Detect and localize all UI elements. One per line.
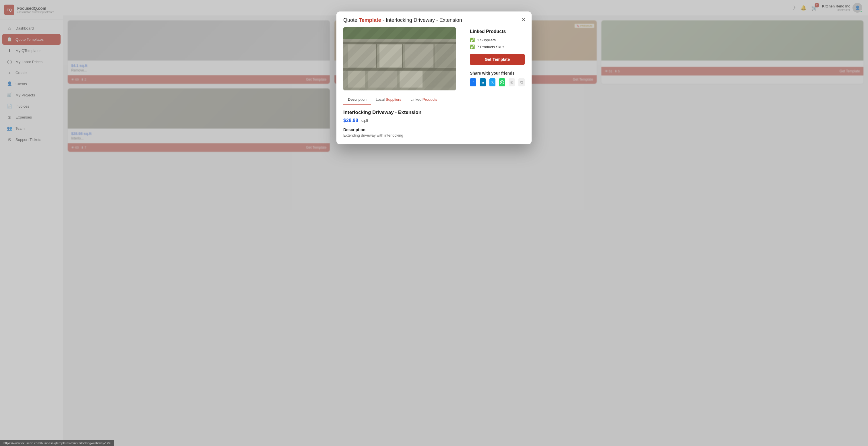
tab-suppliers-highlight: Suppliers xyxy=(386,97,401,102)
price-unit-row: $28.98 sq.ft xyxy=(343,118,456,123)
modal-left-panel: Description Local Suppliers Linked Produ… xyxy=(336,23,463,145)
svg-rect-10 xyxy=(343,42,456,44)
svg-rect-11 xyxy=(343,68,456,71)
modal: × Quote Template - Interlocking Driveway… xyxy=(336,11,532,145)
tab-linked-products[interactable]: Linked Products xyxy=(406,94,442,105)
driveway-image-visual xyxy=(343,27,456,90)
share-email-button[interactable]: ✉ xyxy=(508,78,515,86)
share-linkedin-button[interactable]: in xyxy=(479,78,486,86)
modal-right-panel: Linked Products ✅ 1 Suppliers ✅ 7 Produc… xyxy=(463,23,532,145)
suppliers-item: ✅ 1 Suppliers xyxy=(470,38,525,42)
template-price: $28.98 xyxy=(343,118,358,123)
svg-rect-9 xyxy=(425,70,454,88)
modal-title-prefix: Quote xyxy=(343,17,358,23)
modal-close-button[interactable]: × xyxy=(520,15,528,24)
tab-products-highlight: Products xyxy=(423,97,437,102)
svg-rect-8 xyxy=(400,70,423,88)
tab-content: Interlocking Driveway - Extension $28.98… xyxy=(343,105,456,137)
share-whatsapp-button[interactable] xyxy=(499,78,505,86)
status-bar: https://www.focusedq.com/business/qtempl… xyxy=(0,440,114,446)
modal-title: Quote Template - Interlocking Driveway -… xyxy=(343,17,525,23)
linked-products-title: Linked Products xyxy=(470,29,525,34)
tab-local-suppliers[interactable]: Local Suppliers xyxy=(371,94,406,105)
modal-body: Description Local Suppliers Linked Produ… xyxy=(336,23,532,145)
check-icon: ✅ xyxy=(470,38,475,42)
description-text: Extending driveway with interlocking xyxy=(343,133,456,137)
modal-title-highlight: Template xyxy=(359,17,381,23)
share-twitter-button[interactable]: 𝕏 xyxy=(489,78,496,86)
svg-rect-6 xyxy=(348,70,365,88)
skus-item: ✅ 7 Products Skus xyxy=(470,44,525,49)
svg-rect-5 xyxy=(437,44,454,67)
tab-description[interactable]: Description xyxy=(343,94,371,105)
svg-rect-2 xyxy=(348,44,377,67)
share-title: Share with your friends xyxy=(470,71,525,75)
svg-rect-3 xyxy=(379,44,402,67)
get-template-button[interactable]: Get Template xyxy=(470,54,525,65)
skus-count: 7 Products Skus xyxy=(477,45,504,49)
description-label: Description xyxy=(343,127,456,132)
share-copy-button[interactable]: ⧉ xyxy=(518,78,525,86)
modal-header: Quote Template - Interlocking Driveway -… xyxy=(336,11,532,23)
share-facebook-button[interactable]: f xyxy=(470,78,476,86)
modal-image xyxy=(343,27,456,90)
suppliers-count: 1 Suppliers xyxy=(477,38,496,42)
template-name: Interlocking Driveway - Extension xyxy=(343,109,456,116)
svg-rect-4 xyxy=(405,44,434,67)
modal-title-suffix: - Interlocking Driveway - Extension xyxy=(383,17,462,23)
modal-tabs: Description Local Suppliers Linked Produ… xyxy=(343,94,456,105)
share-icons: f in 𝕏 ✉ ⧉ xyxy=(470,78,525,86)
svg-rect-7 xyxy=(368,70,397,88)
svg-rect-0 xyxy=(343,27,456,90)
template-unit: sq.ft xyxy=(361,118,368,123)
svg-rect-1 xyxy=(343,27,456,39)
modal-overlay: × Quote Template - Interlocking Driveway… xyxy=(63,0,868,446)
check-icon: ✅ xyxy=(470,44,475,49)
main-content: ☽ 🔔 🛒 2 Kitchen Reno Inc contractor 👤 $4… xyxy=(63,0,868,446)
